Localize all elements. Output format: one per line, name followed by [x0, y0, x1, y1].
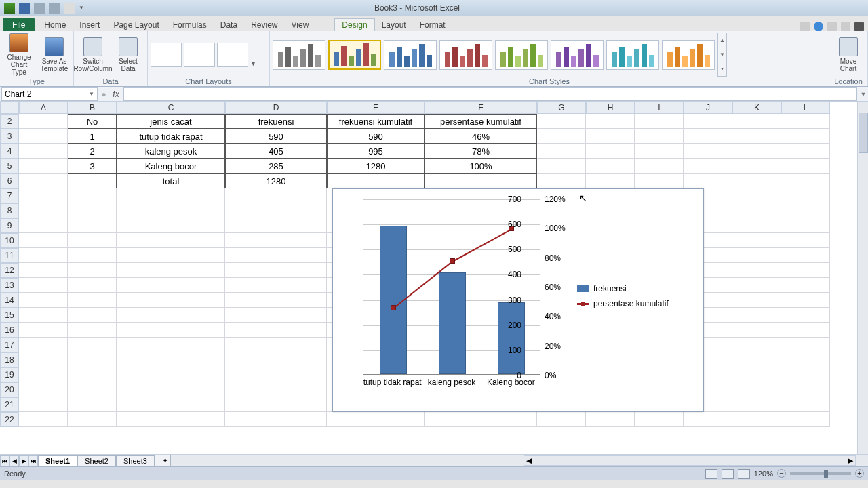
row-header[interactable]: 14	[0, 293, 19, 308]
cell[interactable]	[117, 397, 225, 412]
cell[interactable]	[635, 144, 684, 159]
cell[interactable]	[732, 367, 781, 382]
cell[interactable]	[225, 293, 327, 308]
tab-home[interactable]: Home	[37, 19, 73, 31]
minimize-ribbon-icon[interactable]	[800, 22, 810, 31]
cell[interactable]: Kaleng bocor	[117, 159, 225, 174]
cell[interactable]: No	[68, 114, 117, 129]
row-header[interactable]: 13	[0, 278, 19, 293]
cell[interactable]	[19, 218, 68, 233]
row-header[interactable]: 3	[0, 129, 19, 144]
sheet-nav-next-icon[interactable]: ▶	[19, 455, 28, 466]
row-header[interactable]: 2	[0, 114, 19, 129]
sheet-nav-first-icon[interactable]: ⏮	[0, 455, 9, 466]
chart-style-thumb[interactable]	[328, 40, 381, 70]
cell[interactable]	[68, 188, 117, 203]
chart-style-thumb[interactable]	[606, 40, 659, 70]
chart-style-thumb[interactable]	[439, 40, 492, 70]
tab-page-layout[interactable]: Page Layout	[106, 19, 165, 31]
cell[interactable]	[68, 293, 117, 308]
row-header[interactable]: 22	[0, 412, 19, 427]
cell[interactable]	[68, 263, 117, 278]
column-header[interactable]: E	[327, 102, 425, 114]
fx-icon[interactable]: fx	[110, 89, 122, 99]
cell[interactable]	[68, 367, 117, 382]
cell[interactable]	[732, 382, 781, 397]
sheet-tab[interactable]: Sheet2	[77, 455, 116, 466]
row-header[interactable]: 8	[0, 203, 19, 218]
cell[interactable]	[117, 367, 225, 382]
cell[interactable]	[732, 293, 781, 308]
chart-bar[interactable]	[498, 302, 525, 374]
formula-bar[interactable]	[123, 87, 857, 101]
cell[interactable]: 405	[225, 144, 327, 159]
cell[interactable]	[537, 129, 586, 144]
cell[interactable]	[781, 323, 830, 338]
cell[interactable]	[537, 144, 586, 159]
row-header[interactable]: 12	[0, 263, 19, 278]
cell[interactable]	[732, 352, 781, 367]
cell[interactable]	[117, 203, 225, 218]
tab-view[interactable]: View	[285, 19, 316, 31]
row-header[interactable]: 10	[0, 233, 19, 248]
cell[interactable]	[732, 323, 781, 338]
view-page-break-icon[interactable]	[738, 469, 750, 479]
cell[interactable]	[68, 174, 117, 188]
cell[interactable]	[19, 323, 68, 338]
switch-row-column-button[interactable]: Switch Row/Column	[77, 37, 109, 73]
cell[interactable]	[537, 174, 586, 188]
cell[interactable]	[117, 248, 225, 263]
cell[interactable]	[732, 144, 781, 159]
cell[interactable]	[732, 188, 781, 203]
cell[interactable]	[732, 233, 781, 248]
cell[interactable]	[19, 174, 68, 188]
row-header[interactable]: 7	[0, 188, 19, 203]
cell[interactable]	[732, 114, 781, 129]
cell[interactable]: 2	[68, 144, 117, 159]
row-header[interactable]: 19	[0, 367, 19, 382]
cell[interactable]	[586, 144, 635, 159]
cell[interactable]	[781, 293, 830, 308]
cell[interactable]	[68, 338, 117, 352]
cell[interactable]	[781, 203, 830, 218]
column-header[interactable]: F	[425, 102, 537, 114]
cell[interactable]	[732, 412, 781, 427]
cell[interactable]	[19, 114, 68, 129]
cell[interactable]	[635, 174, 684, 188]
select-all-corner[interactable]	[0, 102, 19, 114]
cell[interactable]	[117, 293, 225, 308]
row-header[interactable]: 5	[0, 159, 19, 174]
view-normal-icon[interactable]	[705, 469, 717, 479]
tab-format[interactable]: Format	[413, 19, 452, 31]
cell[interactable]	[225, 188, 327, 203]
cell[interactable]	[781, 218, 830, 233]
cell[interactable]	[732, 159, 781, 174]
column-header[interactable]: D	[225, 102, 327, 114]
cell[interactable]	[225, 412, 327, 427]
cell[interactable]	[732, 248, 781, 263]
chart-layout-thumb[interactable]	[217, 43, 248, 67]
cell[interactable]: 590	[225, 129, 327, 144]
cell[interactable]	[781, 159, 830, 174]
cell[interactable]	[537, 412, 586, 427]
cell[interactable]	[537, 159, 586, 174]
zoom-slider-thumb[interactable]	[824, 470, 828, 478]
chart-legend[interactable]: frekuensi persentase kumulatif	[577, 284, 669, 314]
cell[interactable]	[732, 397, 781, 412]
zoom-in-icon[interactable]: +	[855, 469, 864, 478]
chart-line-marker[interactable]	[450, 258, 455, 264]
cell[interactable]	[225, 338, 327, 352]
new-sheet-button[interactable]: ✦	[155, 455, 171, 466]
cell[interactable]: 46%	[425, 129, 537, 144]
cell[interactable]: kaleng pesok	[117, 144, 225, 159]
cell[interactable]	[117, 382, 225, 397]
cell[interactable]	[225, 263, 327, 278]
cell[interactable]	[68, 248, 117, 263]
cell[interactable]: 1280	[327, 159, 425, 174]
select-data-button[interactable]: Select Data	[112, 37, 144, 73]
cell[interactable]	[117, 352, 225, 367]
cell[interactable]	[117, 233, 225, 248]
cell[interactable]	[68, 218, 117, 233]
cell[interactable]	[781, 174, 830, 188]
cell[interactable]	[781, 144, 830, 159]
